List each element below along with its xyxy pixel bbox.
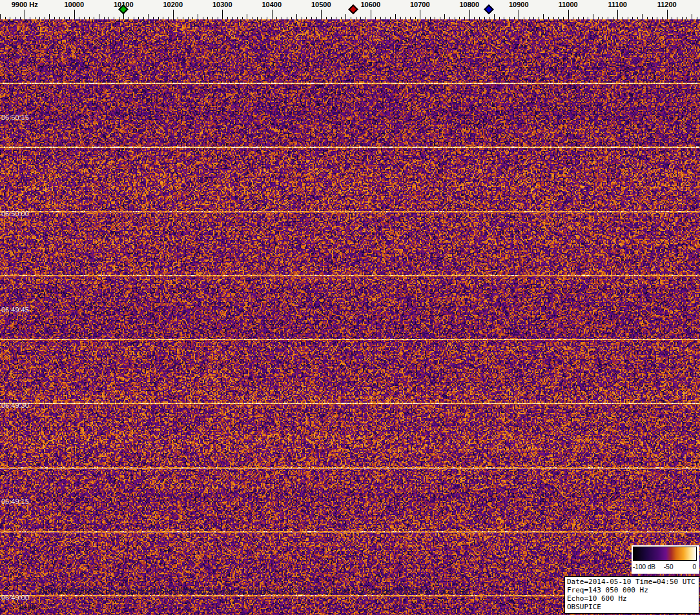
cursor-readout: ^t+58 (18, 603, 36, 611)
ruler-major-tick (321, 10, 322, 19)
info-box: Date=2014-05-10 Time=04:50 UTC Freq=143 … (564, 576, 699, 614)
ruler-minor-tick (444, 14, 445, 19)
ruler-major-tick (25, 10, 25, 19)
colormap-gradient (633, 547, 697, 561)
ruler-minor-tick (395, 14, 396, 19)
ruler-minor-tick (642, 14, 643, 19)
ruler-minor-tick (0, 14, 1, 19)
ruler-tick-label: 9900 Hz (12, 1, 38, 8)
ruler-minor-tick (198, 14, 198, 19)
ruler-minor-tick (494, 14, 495, 19)
ruler-major-tick (371, 10, 371, 19)
time-label: 06:50:00 (1, 210, 29, 217)
ruler-tick-label: 10900 (509, 1, 529, 8)
time-label: 06:49:00 (1, 594, 29, 601)
ruler-major-tick (568, 10, 569, 19)
ruler-tick-label: 10700 (410, 1, 430, 8)
ruler-tick-label: 11200 (657, 1, 677, 8)
info-line-echo: Echo=10 600 Hz (567, 594, 697, 603)
info-line-date: Date=2014-05-10 Time=04:50 UTC (567, 578, 697, 586)
ruler-minor-tick (593, 14, 593, 19)
blue-marker[interactable] (484, 5, 495, 15)
info-line-freq: Freq=143 050 000 Hz (567, 586, 697, 594)
legend-labels: -100 dB -50 0 (632, 563, 699, 572)
time-label: 06:49:15 (1, 498, 29, 505)
db-legend: -100 dB -50 0 (632, 545, 699, 574)
ruler-tick-label: 10800 (459, 1, 479, 8)
frequency-ruler[interactable]: 9900 Hz100001010010200103001040010500106… (0, 0, 700, 19)
ruler-minor-tick (345, 14, 346, 19)
time-label: 06:50:15 (1, 114, 29, 121)
time-label: 06:49:30 (1, 401, 29, 409)
ruler-major-tick (74, 10, 75, 19)
ruler-major-tick (173, 10, 174, 19)
ruler-minor-tick (543, 14, 544, 19)
info-line-station: OBSUPICE (567, 603, 697, 611)
legend-min-label: -100 dB (633, 563, 655, 570)
ruler-major-tick (667, 10, 668, 19)
ruler-major-tick (519, 10, 519, 19)
red-marker[interactable] (348, 5, 358, 15)
ruler-tick-label: 10300 (212, 1, 232, 8)
ruler-major-tick (617, 10, 618, 19)
ruler-major-tick (272, 10, 273, 19)
ruler-minor-tick (99, 14, 99, 19)
detection-annotation: 20140510044858852 bCnt19 pb:82 f10598 bB… (37, 587, 468, 595)
time-label: 06:49:45 (1, 306, 29, 314)
ruler-major-tick (469, 10, 470, 19)
ruler-tick-label: 11100 (608, 1, 627, 8)
ruler-tick-label: 10500 (311, 1, 331, 8)
legend-max-label: 0 (692, 563, 696, 570)
ruler-major-tick (222, 10, 223, 19)
spectrogram-window: 9900 Hz100001010010200103001040010500106… (0, 0, 700, 615)
ruler-minor-tick (296, 14, 297, 19)
ruler-minor-tick (247, 14, 247, 19)
ruler-major-tick (420, 10, 420, 19)
ruler-tick-label: 10400 (262, 1, 282, 8)
ruler-tick-label: 10600 (360, 1, 380, 8)
ruler-minor-tick (692, 14, 692, 19)
legend-mid-label: -50 (664, 563, 673, 570)
ruler-tick-label: 10200 (163, 1, 183, 8)
ruler-tick-label: 11000 (559, 1, 578, 8)
ruler-minor-tick (148, 14, 149, 19)
ruler-minor-tick (49, 14, 50, 19)
spectrogram-canvas[interactable] (0, 19, 700, 615)
ruler-tick-label: 10000 (64, 1, 84, 8)
